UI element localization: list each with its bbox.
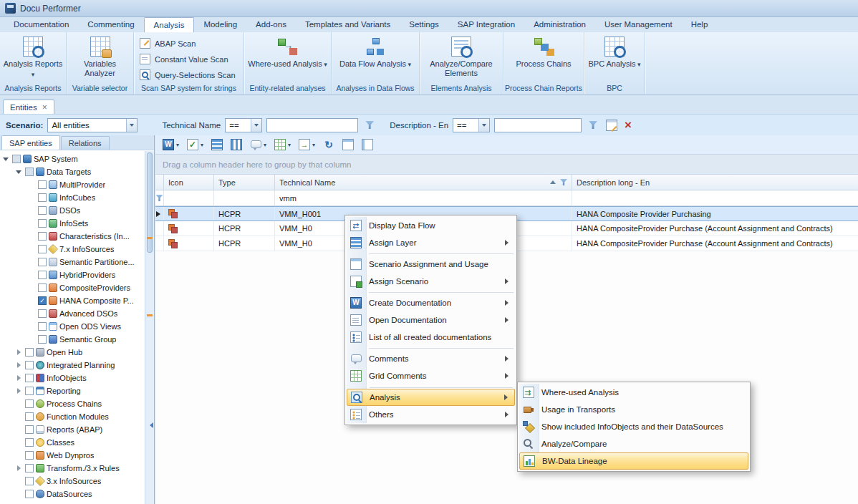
tree-expander-icon[interactable] <box>27 206 36 215</box>
tree-expander-icon[interactable] <box>14 374 23 382</box>
tree-checkbox[interactable] <box>38 335 47 344</box>
context-menu-item[interactable]: Comments <box>347 350 515 367</box>
technical-name-filter-input[interactable] <box>266 118 358 132</box>
grid-comments-button[interactable] <box>273 137 292 152</box>
tree-item[interactable]: InfoCubes <box>0 191 145 204</box>
tree-item[interactable]: Web Dynpros <box>0 449 145 462</box>
tree-item[interactable]: Advanced DSOs <box>0 307 145 320</box>
tree-item[interactable]: HANA Composite P... <box>0 294 145 307</box>
tree-checkbox[interactable] <box>38 296 47 305</box>
tree-expander-icon[interactable] <box>14 477 23 485</box>
constant-value-scan-button[interactable]: Constant Value Scan <box>140 53 228 65</box>
show-grid-button[interactable] <box>341 137 355 152</box>
tree-checkbox[interactable] <box>25 374 34 382</box>
column-filter-icon[interactable] <box>560 179 567 185</box>
bpc-analysis-button[interactable]: BPC Analysis <box>585 34 643 72</box>
column-chooser-button[interactable] <box>229 137 244 152</box>
context-menu-item[interactable]: Display Data Flow <box>347 217 515 234</box>
tree-checkbox[interactable] <box>38 258 47 266</box>
tree-checkbox[interactable] <box>25 412 34 421</box>
tree-checkbox[interactable] <box>38 180 47 189</box>
tree-checkbox[interactable] <box>25 464 34 472</box>
tree-expander-icon[interactable] <box>14 348 23 357</box>
create-documentation-button[interactable] <box>161 137 180 152</box>
tab-relations[interactable]: Relations <box>61 136 110 150</box>
tree-item[interactable]: Function Modules <box>0 410 145 423</box>
tree-item[interactable]: Semantic Group <box>0 333 145 346</box>
where-used-analysis-button[interactable]: Where-used Analysis <box>245 34 329 72</box>
filter-cell-description[interactable] <box>572 190 858 205</box>
column-header-type[interactable]: Type <box>214 175 275 190</box>
ribbon-tab[interactable]: Documentation <box>4 17 78 32</box>
tree-item[interactable]: Transform./3.x Rules <box>0 462 145 475</box>
analysis-reports-button[interactable]: Analysis Reports <box>0 34 66 82</box>
tree-checkbox[interactable] <box>38 271 47 279</box>
tree-checkbox[interactable] <box>38 193 47 202</box>
context-menu-item[interactable]: Assign Scenario <box>347 273 515 290</box>
tree-checkbox[interactable] <box>25 348 34 357</box>
collapse-panel-icon[interactable] <box>146 422 153 429</box>
context-menu-item[interactable]: List of all created documentations <box>347 329 515 346</box>
description-filter-button[interactable] <box>586 118 600 132</box>
context-menu-item[interactable]: Usage in Transports <box>519 401 748 418</box>
tree-checkbox[interactable] <box>25 477 34 485</box>
tree-expander-icon[interactable] <box>27 245 36 253</box>
tree-checkbox[interactable] <box>25 438 34 447</box>
context-menu-item[interactable]: Show included InfoObjects and their Data… <box>519 418 748 435</box>
tree-checkbox[interactable] <box>25 361 34 369</box>
close-tab-icon[interactable] <box>42 103 47 112</box>
tree-checkbox[interactable] <box>38 284 47 292</box>
filter-editor-button[interactable] <box>604 117 619 133</box>
tree-item[interactable]: 3.x InfoSources <box>0 475 145 488</box>
tree-item[interactable]: Data Targets <box>0 165 145 178</box>
tree-checkbox[interactable] <box>25 490 34 498</box>
technical-name-operator-select[interactable]: == <box>225 118 262 132</box>
tree-checkbox[interactable] <box>38 206 47 215</box>
tree-item[interactable]: SAP System <box>0 152 145 165</box>
refresh-button[interactable] <box>322 137 336 152</box>
tree-expander-icon[interactable] <box>14 451 23 460</box>
chevron-down-icon[interactable] <box>478 119 489 132</box>
tree-item[interactable]: InfoSets <box>0 217 145 230</box>
tree-item[interactable]: CompositeProviders <box>0 281 145 294</box>
tree-expander-icon[interactable] <box>14 425 23 434</box>
tree-expander-icon[interactable] <box>27 232 36 241</box>
clear-filter-button[interactable] <box>623 117 633 133</box>
grid-settings-button[interactable] <box>360 137 375 152</box>
tab-sap-entities[interactable]: SAP entities <box>1 135 60 150</box>
tree-checkbox[interactable] <box>25 425 34 434</box>
tree-item[interactable]: Reports (ABAP) <box>0 423 145 436</box>
tree-checkbox[interactable] <box>38 245 47 253</box>
filter-cell-type[interactable] <box>214 190 275 205</box>
ribbon-tab[interactable]: SAP Integration <box>448 17 524 32</box>
comments-button[interactable] <box>249 137 268 152</box>
tree-item[interactable]: MultiProvider <box>0 178 145 191</box>
tree-expander-icon[interactable] <box>27 219 36 228</box>
tree-item[interactable]: Open Hub <box>0 346 145 359</box>
tree-checkbox[interactable] <box>25 451 34 460</box>
chevron-down-icon[interactable] <box>251 119 261 132</box>
tab-entities[interactable]: Entities <box>3 100 54 114</box>
tree-item[interactable]: Open ODS Views <box>0 320 145 333</box>
ribbon-tab[interactable]: Templates and Variants <box>296 17 400 32</box>
context-menu-item[interactable]: Where-used Analysis <box>519 384 748 401</box>
ribbon-tab[interactable]: Add-ons <box>246 17 296 32</box>
tree-checkbox[interactable] <box>38 219 47 228</box>
ribbon-tab[interactable]: Help <box>682 17 718 32</box>
tree-expander-icon[interactable] <box>27 180 36 189</box>
tree-expander-icon[interactable] <box>27 284 36 292</box>
context-menu-item[interactable]: Assign Layer <box>347 234 515 251</box>
tree-expander-icon[interactable] <box>27 258 36 266</box>
filter-cell-technical-name[interactable]: vmm <box>275 190 572 205</box>
tree-expander-icon[interactable] <box>14 168 23 176</box>
tree-item[interactable]: Classes <box>0 436 145 449</box>
description-filter-input[interactable] <box>494 118 582 132</box>
context-menu-item[interactable]: Grid Comments <box>347 367 515 384</box>
tree-scrollbar[interactable] <box>145 151 154 504</box>
tree-item[interactable]: InfoObjects <box>0 372 145 384</box>
technical-name-filter-button[interactable] <box>362 118 377 132</box>
ribbon-tab[interactable]: Modeling <box>194 17 246 32</box>
tree-expander-icon[interactable] <box>27 271 36 279</box>
tree-item[interactable]: DSOs <box>0 204 145 217</box>
column-header-technical-name[interactable]: Technical Name <box>275 175 572 190</box>
